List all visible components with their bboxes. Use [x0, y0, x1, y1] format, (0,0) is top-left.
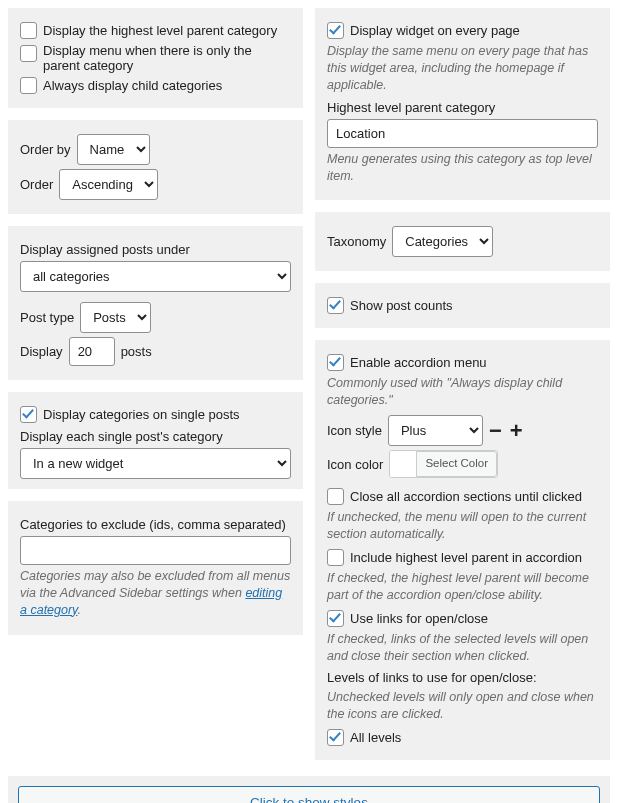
minus-icon: −	[489, 420, 502, 442]
post-type-select[interactable]: Posts	[80, 302, 151, 333]
single-posts-checkbox[interactable]	[20, 406, 37, 423]
highest-parent-label: Highest level parent category	[327, 100, 598, 115]
include-highest-label: Include highest level parent in accordio…	[350, 550, 582, 565]
display-only-parent-checkbox[interactable]	[20, 45, 37, 62]
assigned-under-select[interactable]: all categories	[20, 261, 291, 292]
counts-panel: Show post counts	[315, 283, 610, 328]
icon-style-select[interactable]: Plus	[388, 415, 483, 446]
every-page-label: Display widget on every page	[350, 23, 520, 38]
accordion-help: Commonly used with "Always display child…	[327, 375, 598, 409]
color-swatch[interactable]	[390, 451, 416, 477]
icon-style-preview: − +	[489, 420, 523, 442]
highest-parent-help: Menu generates using this category as to…	[327, 151, 598, 185]
order-by-select[interactable]: Name	[77, 134, 150, 165]
each-single-select[interactable]: In a new widget	[20, 448, 291, 479]
always-child-checkbox[interactable]	[20, 77, 37, 94]
accordion-checkbox[interactable]	[327, 354, 344, 371]
exclude-panel: Categories to exclude (ids, comma separa…	[8, 501, 303, 635]
plus-icon: +	[510, 420, 523, 442]
display-n-input[interactable]	[69, 337, 115, 366]
taxonomy-panel: Taxonomy Categories	[315, 212, 610, 271]
close-all-help: If unchecked, the menu will open to the …	[327, 509, 598, 543]
use-links-checkbox[interactable]	[327, 610, 344, 627]
display-n-label-pre: Display	[20, 344, 63, 359]
all-levels-label: All levels	[350, 730, 401, 745]
posts-panel: Display assigned posts under all categor…	[8, 226, 303, 380]
include-highest-checkbox[interactable]	[327, 549, 344, 566]
taxonomy-label: Taxonomy	[327, 234, 386, 249]
icon-color-label: Icon color	[327, 457, 383, 472]
show-styles-button[interactable]: Click to show styles	[18, 786, 600, 803]
order-label: Order	[20, 177, 53, 192]
display-n-label-post: posts	[121, 344, 152, 359]
use-links-help: If checked, links of the selected levels…	[327, 631, 598, 665]
exclude-help: Categories may also be excluded from all…	[20, 568, 291, 619]
every-page-help: Display the same menu on every page that…	[327, 43, 598, 94]
close-all-label: Close all accordion sections until click…	[350, 489, 582, 504]
accordion-label: Enable accordion menu	[350, 355, 487, 370]
ordering-panel: Order by Name Order Ascending	[8, 120, 303, 214]
highest-parent-input[interactable]	[327, 119, 598, 148]
levels-help: Unchecked levels will only open and clos…	[327, 689, 598, 723]
show-counts-label: Show post counts	[350, 298, 453, 313]
single-posts-label: Display categories on single posts	[43, 407, 240, 422]
display-highest-parent-label: Display the highest level parent categor…	[43, 23, 277, 38]
display-highest-parent-checkbox[interactable]	[20, 22, 37, 39]
post-type-label: Post type	[20, 310, 74, 325]
include-highest-help: If checked, the highest level parent wil…	[327, 570, 598, 604]
always-child-label: Always display child categories	[43, 78, 222, 93]
display-options-panel: Display the highest level parent categor…	[8, 8, 303, 108]
all-levels-checkbox[interactable]	[327, 729, 344, 746]
levels-label: Levels of links to use for open/close:	[327, 670, 598, 685]
order-by-label: Order by	[20, 142, 71, 157]
display-only-parent-label: Display menu when there is only the pare…	[43, 43, 291, 73]
every-page-panel: Display widget on every page Display the…	[315, 8, 610, 200]
select-color-button[interactable]: Select Color	[416, 451, 497, 477]
assigned-under-label: Display assigned posts under	[20, 242, 291, 257]
taxonomy-select[interactable]: Categories	[392, 226, 493, 257]
styles-footer: Click to show styles	[8, 776, 610, 803]
order-select[interactable]: Ascending	[59, 169, 158, 200]
show-counts-checkbox[interactable]	[327, 297, 344, 314]
every-page-checkbox[interactable]	[327, 22, 344, 39]
single-posts-panel: Display categories on single posts Displ…	[8, 392, 303, 489]
exclude-label: Categories to exclude (ids, comma separa…	[20, 517, 291, 532]
each-single-label: Display each single post's category	[20, 429, 291, 444]
accordion-panel: Enable accordion menu Commonly used with…	[315, 340, 610, 760]
use-links-label: Use links for open/close	[350, 611, 488, 626]
close-all-checkbox[interactable]	[327, 488, 344, 505]
icon-style-label: Icon style	[327, 423, 382, 438]
exclude-input[interactable]	[20, 536, 291, 565]
